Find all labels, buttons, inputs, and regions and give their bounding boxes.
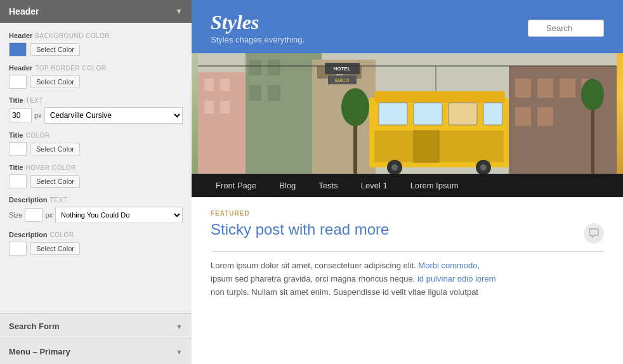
search-form-chevron: ▼ — [176, 323, 183, 330]
desc-size-input[interactable] — [25, 208, 43, 222]
title-color-sub-label: COLOR — [25, 132, 49, 139]
svg-rect-27 — [379, 103, 407, 125]
desc-size-label: Size — [9, 211, 22, 219]
header-border-color-swatch — [9, 75, 27, 89]
desc-text-sub-label: TEXT — [50, 197, 68, 204]
svg-rect-8 — [268, 60, 280, 75]
nav-item-front-page[interactable]: Front Page — [204, 174, 268, 197]
title-hover-select-button[interactable]: Select Color — [30, 175, 80, 188]
desc-color-main-label: Description — [9, 231, 48, 238]
panel-chevron: ▼ — [175, 7, 183, 16]
svg-text:HOTEL: HOTEL — [333, 66, 350, 72]
hero-svg: HOTEL BUICO — [192, 53, 623, 174]
menu-primary-section-title: Menu – Primary — [9, 347, 70, 356]
panel-title: Header — [9, 6, 39, 16]
content-area: FEATURED Sticky post with read more Lore… — [192, 197, 623, 364]
comment-icon — [589, 228, 599, 238]
nav-item-lorem-ipsum[interactable]: Lorem Ipsum — [399, 174, 470, 197]
header-border-sub-label: TOP BORDER COLOR — [35, 65, 106, 72]
site-title: Styles — [211, 11, 305, 34]
title-hover-sub-label: HOVER COLOR — [25, 164, 75, 171]
title-text-main-label: Title — [9, 96, 23, 104]
post-title-row: Sticky post with read more — [211, 221, 604, 244]
svg-rect-3 — [220, 79, 230, 91]
svg-rect-28 — [414, 103, 442, 125]
svg-rect-41 — [591, 104, 594, 174]
featured-label: FEATURED — [211, 210, 604, 217]
site-title-wrap: Styles Styles chages everything. — [211, 11, 305, 44]
search-input[interactable] — [528, 20, 604, 37]
header-top-border-field: Header TOP BORDER COLOR Select Color — [9, 64, 183, 89]
header-bg-select-color-button[interactable]: Select Color — [30, 43, 80, 56]
post-divider — [211, 251, 604, 252]
hero-image: HOTEL BUICO — [192, 53, 623, 174]
title-color-swatch — [9, 142, 27, 156]
desc-px-label: px — [45, 211, 53, 219]
desc-text-main-label: Description — [9, 196, 48, 204]
header-bg-sub-label: BACKGROUND COLOR — [35, 32, 110, 39]
title-color-select-button[interactable]: Select Color — [30, 143, 80, 155]
title-text-field: Title TEXT px Cedarville Cursive — [9, 96, 183, 124]
header-bg-main-label: Header — [9, 32, 32, 39]
svg-rect-24 — [537, 107, 553, 126]
title-font-select[interactable]: Cedarville Cursive — [44, 107, 183, 124]
site-description: Styles chages everything. — [211, 35, 305, 44]
comment-bubble — [584, 223, 604, 244]
left-panel: Header ▼ Header BACKGROUND COLOR Select … — [0, 0, 192, 364]
search-box-wrap[interactable]: 🔍 — [528, 20, 604, 37]
nav-item-tests[interactable]: Tests — [307, 174, 349, 197]
title-px-label: px — [34, 112, 42, 119]
svg-rect-23 — [515, 107, 531, 126]
svg-point-42 — [581, 79, 604, 110]
excerpt-text-2: ipsum sed pharetra gravida, orci magna r… — [211, 274, 417, 283]
menu-primary-chevron: ▼ — [176, 348, 183, 356]
search-form-section-title: Search Form — [9, 322, 59, 331]
svg-point-40 — [341, 88, 369, 126]
svg-rect-32 — [414, 131, 439, 162]
excerpt-text-1: Lorem ipsum dolor sit amet, consectetuer… — [211, 261, 418, 270]
title-color-main-label: Title — [9, 131, 23, 139]
desc-font-select[interactable]: Nothing You Could Do — [55, 207, 183, 223]
svg-rect-21 — [560, 79, 575, 98]
desc-color-swatch — [9, 242, 27, 256]
svg-rect-20 — [537, 79, 553, 98]
title-hover-color-field: Title HOVER COLOR Select Color — [9, 164, 183, 188]
svg-point-34 — [391, 164, 398, 171]
svg-rect-29 — [449, 103, 477, 125]
svg-point-36 — [480, 164, 487, 171]
panel-header[interactable]: Header ▼ — [0, 0, 192, 23]
excerpt-highlight-1: Morbi commodo, — [418, 261, 480, 270]
header-border-select-color-button[interactable]: Select Color — [30, 75, 80, 88]
svg-rect-5 — [220, 101, 230, 114]
desc-color-sub-label: COLOR — [50, 231, 74, 238]
title-color-field: Title COLOR Select Color — [9, 131, 183, 156]
panel-fields: Header BACKGROUND COLOR Select Color Hea… — [0, 23, 192, 313]
svg-rect-9 — [249, 85, 261, 101]
svg-rect-7 — [249, 60, 261, 75]
header-bg-color-swatch — [9, 42, 27, 56]
header-bg-color-field: Header BACKGROUND COLOR Select Color — [9, 32, 183, 56]
svg-rect-10 — [268, 85, 280, 101]
header-border-main-label: Header — [9, 64, 32, 72]
title-hover-main-label: Title — [9, 164, 23, 171]
title-size-input[interactable] — [9, 108, 32, 122]
description-color-field: Description COLOR Select Color — [9, 231, 183, 256]
svg-rect-30 — [483, 103, 502, 125]
nav-item-level1[interactable]: Level 1 — [350, 174, 399, 197]
desc-color-select-button[interactable]: Select Color — [30, 242, 80, 255]
svg-rect-26 — [374, 91, 505, 103]
site-nav: Front Page Blog Tests Level 1 Lorem Ipsu… — [192, 174, 623, 197]
title-text-sub-label: TEXT — [25, 97, 43, 104]
search-form-section[interactable]: Search Form ▼ — [0, 313, 192, 339]
svg-rect-4 — [204, 101, 214, 114]
excerpt-highlight-2: id pulvinar odio lorem — [417, 274, 496, 283]
title-hover-color-swatch — [9, 174, 27, 188]
svg-rect-2 — [204, 79, 214, 91]
site-header: Styles Styles chages everything. 🔍 — [192, 0, 623, 53]
nav-item-blog[interactable]: Blog — [268, 174, 307, 197]
post-title-text: Sticky post with read more — [211, 221, 577, 238]
right-panel: Styles Styles chages everything. 🔍 — [192, 0, 623, 364]
svg-rect-19 — [515, 79, 531, 98]
menu-primary-section[interactable]: Menu – Primary ▼ — [0, 339, 192, 364]
description-text-field: Description TEXT Size px Nothing You Cou… — [9, 196, 183, 223]
